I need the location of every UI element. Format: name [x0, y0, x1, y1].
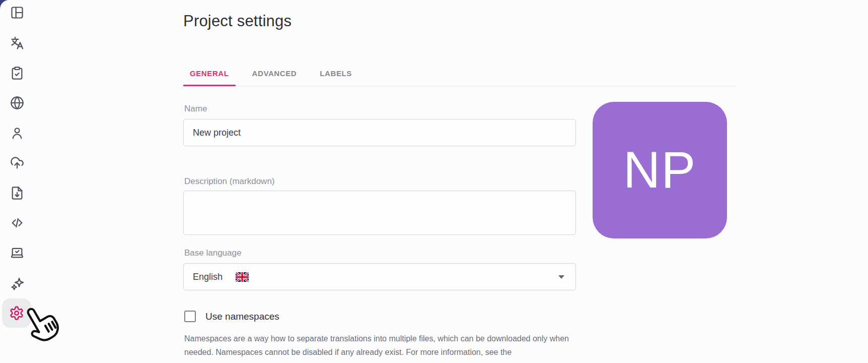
sidebar-item-members[interactable] — [10, 126, 24, 140]
name-field-label: Name — [184, 104, 207, 114]
sidebar-item-tasks[interactable] — [10, 66, 24, 80]
namespaces-help-text: Namespaces are a way how to separate tra… — [184, 332, 578, 359]
avatar-initials: NP — [623, 141, 697, 200]
settings-tab-bar: GENERAL ADVANCED LABELS — [183, 61, 736, 86]
gear-icon — [9, 306, 24, 321]
sidebar-item-developer[interactable] — [10, 246, 24, 260]
clipboard-check-icon — [10, 66, 24, 80]
uk-flag-icon — [236, 272, 249, 282]
chevron-down-icon — [558, 275, 564, 279]
globe-icon — [10, 96, 24, 110]
translate-icon — [10, 36, 24, 50]
sidebar-item-integrate[interactable] — [10, 216, 24, 230]
sidebar-item-languages[interactable] — [10, 96, 24, 110]
sidebar-item-ai[interactable] — [10, 276, 24, 290]
tab-general[interactable]: GENERAL — [183, 61, 236, 86]
project-name-input[interactable] — [183, 119, 576, 146]
cloud-upload-icon — [10, 156, 24, 170]
base-language-field-label: Base language — [184, 248, 241, 258]
project-settings-page: Project settings GENERAL ADVANCED LABELS… — [0, 0, 868, 363]
laptop-check-icon — [10, 246, 24, 260]
use-namespaces-label[interactable]: Use namespaces — [205, 311, 279, 322]
project-description-textarea[interactable] — [183, 191, 576, 235]
layout-panels-icon — [10, 6, 24, 20]
description-field-label: Description (markdown) — [184, 176, 275, 187]
sidebar-item-settings[interactable] — [9, 306, 24, 321]
use-namespaces-checkbox[interactable] — [184, 311, 196, 322]
code-icon — [10, 216, 24, 230]
tab-advanced[interactable]: ADVANCED — [246, 61, 304, 86]
base-language-select[interactable]: English — [183, 263, 576, 290]
use-namespaces-row: Use namespaces — [184, 311, 279, 322]
sidebar-item-export[interactable] — [10, 186, 24, 200]
sparkles-icon — [10, 276, 24, 290]
user-icon — [10, 126, 24, 140]
page-title: Project settings — [183, 12, 292, 30]
project-avatar[interactable]: NP — [593, 102, 727, 238]
sidebar-item-import[interactable] — [10, 156, 24, 170]
file-download-icon — [10, 186, 24, 200]
sidebar-item-dashboard[interactable] — [10, 6, 24, 20]
tab-labels[interactable]: LABELS — [313, 61, 358, 86]
base-language-value: English — [193, 272, 223, 282]
sidebar-item-translations[interactable] — [10, 36, 24, 50]
